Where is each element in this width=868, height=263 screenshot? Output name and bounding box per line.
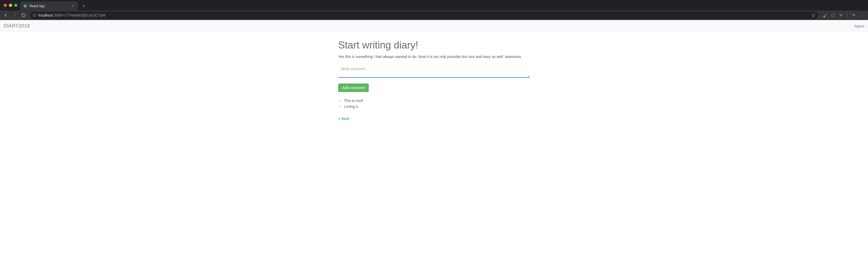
window-controls	[3, 0, 20, 10]
list-item: → This is cool!	[338, 98, 530, 104]
extension-icons: css	[821, 13, 866, 18]
comment-input[interactable]	[338, 64, 530, 78]
url-host: localhost	[38, 13, 53, 18]
brand-title[interactable]: DIARY2018	[4, 23, 30, 29]
browser-menu-icon[interactable]	[859, 13, 864, 18]
svg-point-0	[25, 6, 26, 7]
close-tab-icon[interactable]	[70, 4, 75, 8]
comment-input-wrap	[338, 64, 530, 79]
svg-point-20	[861, 15, 862, 16]
bookmark-star-icon[interactable]	[811, 13, 816, 18]
browser-tab[interactable]: React App	[20, 2, 78, 10]
svg-text:css: css	[824, 16, 825, 18]
svg-point-21	[861, 16, 862, 17]
nav-forward-button[interactable]	[11, 11, 19, 19]
arrow-right-icon: →	[338, 104, 342, 109]
toolbar-separator	[847, 13, 847, 18]
window-maximize-icon[interactable]	[14, 4, 18, 7]
nav-back-button[interactable]	[2, 11, 9, 19]
svg-marker-14	[831, 14, 835, 17]
address-bar[interactable]: localhost:3000/-LT7Ha5WzfjSUx10C7yW	[30, 11, 818, 19]
main-content: Start writing diary! Yes this is somethi…	[334, 32, 534, 137]
browser-chrome: React App localhost:3000/-LT7Ha5WzfjSUx1…	[0, 0, 868, 20]
logout-link[interactable]: logout	[854, 24, 864, 28]
back-link[interactable]: « Back	[338, 116, 349, 121]
page-description: Yes this is something I had always wante…	[338, 55, 530, 59]
browser-toolbar: localhost:3000/-LT7Ha5WzfjSUx10C7yW css	[0, 10, 868, 20]
list-item: → Loving it...	[338, 104, 530, 109]
comment-text: Loving it...	[344, 104, 361, 109]
extension-node-icon[interactable]	[830, 13, 836, 18]
svg-marker-15	[839, 14, 842, 17]
comment-text: This is cool!	[344, 98, 364, 103]
url-text: localhost:3000/-LT7Ha5WzfjSUx10C7yW	[38, 13, 105, 18]
window-close-icon[interactable]	[4, 4, 7, 7]
react-favicon-icon	[23, 4, 27, 8]
svg-point-11	[34, 14, 35, 15]
window-minimize-icon[interactable]	[9, 4, 12, 7]
tab-title: React App	[29, 4, 45, 8]
svg-point-17	[854, 14, 855, 16]
profile-icon[interactable]	[851, 13, 857, 18]
svg-point-16	[852, 14, 854, 16]
extension-css-icon[interactable]: css	[823, 13, 828, 18]
app-header: DIARY2018 logout	[0, 20, 868, 32]
arrow-right-icon: →	[338, 98, 342, 104]
svg-point-19	[861, 14, 862, 14]
extension-vue-icon[interactable]	[838, 13, 843, 18]
page-title: Start writing diary!	[338, 39, 530, 51]
nav-reload-button[interactable]	[20, 11, 27, 19]
site-info-icon[interactable]	[33, 13, 36, 17]
svg-marker-12	[812, 14, 815, 17]
tab-strip: React App	[0, 0, 868, 10]
new-tab-button[interactable]	[80, 2, 87, 10]
url-path: :3000/-LT7Ha5WzfjSUx10C7yW	[53, 13, 105, 18]
comments-list: → This is cool! → Loving it...	[338, 98, 530, 110]
add-comment-button[interactable]: Add comment	[338, 84, 369, 92]
